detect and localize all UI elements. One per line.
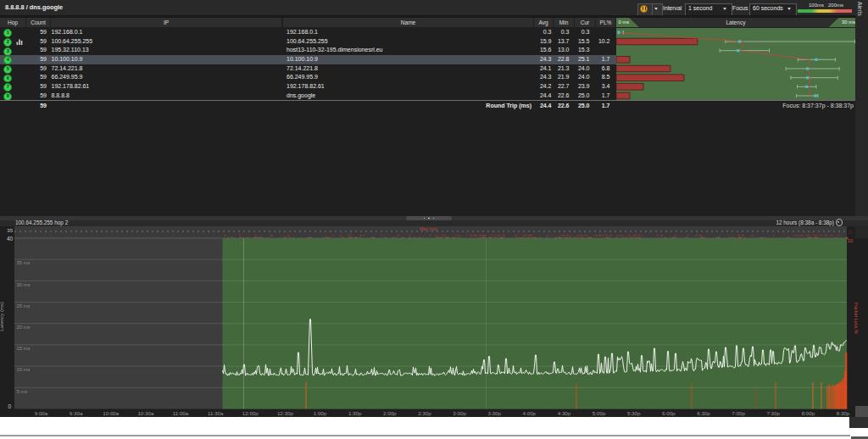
svg-text:35 ms: 35 ms [17, 260, 31, 265]
svg-text:5 ms: 5 ms [17, 389, 28, 394]
svg-text:25 ms: 25 ms [17, 303, 31, 308]
svg-text:15 ms: 15 ms [17, 346, 31, 351]
svg-text:30 ms: 30 ms [17, 282, 31, 287]
svg-text:20 ms: 20 ms [17, 325, 31, 330]
svg-text:10 ms: 10 ms [17, 367, 31, 372]
